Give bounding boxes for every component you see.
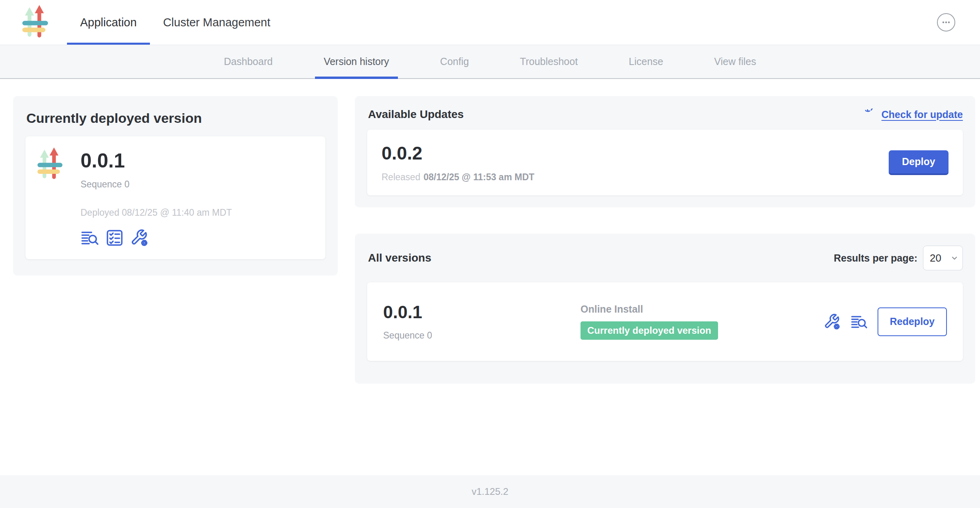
release-notes-icon[interactable] bbox=[850, 313, 868, 331]
deployed-timestamp: Deployed 08/12/25 @ 11:40 am MDT bbox=[81, 207, 232, 218]
install-type-label: Online Install bbox=[581, 303, 823, 315]
release-notes-icon[interactable] bbox=[81, 228, 99, 247]
header-tabs: Application Cluster Management bbox=[67, 0, 283, 45]
tab-application[interactable]: Application bbox=[67, 0, 150, 45]
results-per-page-label: Results per page: bbox=[834, 252, 917, 264]
check-for-update-label: Check for update bbox=[882, 109, 963, 120]
available-updates-title: Available Updates bbox=[367, 108, 464, 121]
row-sequence-label: Sequence 0 bbox=[383, 330, 581, 341]
ellipsis-icon bbox=[941, 17, 952, 28]
check-for-update-link[interactable]: Check for update bbox=[865, 108, 963, 120]
overflow-menu-button[interactable] bbox=[937, 13, 955, 32]
redeploy-button[interactable]: Redeploy bbox=[878, 307, 947, 336]
deployed-version-tile: 0.0.1 Sequence 0 Deployed 08/12/25 @ 11:… bbox=[26, 136, 325, 259]
update-row: 0.0.2 Released08/12/25 @ 11:53 am MDT De… bbox=[367, 130, 963, 195]
tab-cluster-management[interactable]: Cluster Management bbox=[150, 0, 283, 45]
tab-version-history[interactable]: Version history bbox=[298, 45, 415, 78]
currently-deployed-badge: Currently deployed version bbox=[581, 321, 718, 340]
preflight-checks-icon[interactable] bbox=[105, 228, 124, 247]
app-logo-icon bbox=[22, 5, 51, 40]
admin-console: Application Cluster Management Dashboard… bbox=[0, 0, 980, 508]
app-subnav: Dashboard Version history Config Trouble… bbox=[0, 45, 980, 79]
main-content: Currently deployed version 0.0.1 Sequenc… bbox=[0, 79, 980, 475]
console-version-label: v1.125.2 bbox=[472, 486, 508, 497]
refresh-icon bbox=[865, 108, 877, 120]
tab-view-files[interactable]: View files bbox=[689, 45, 781, 78]
config-icon[interactable] bbox=[130, 228, 149, 247]
deployed-sequence-label: Sequence 0 bbox=[81, 179, 232, 190]
app-logo-icon bbox=[37, 147, 65, 182]
results-per-page-select[interactable]: 20 bbox=[923, 246, 963, 270]
app-header: Application Cluster Management bbox=[0, 0, 980, 45]
deployed-version-number: 0.0.1 bbox=[81, 150, 232, 172]
deploy-button[interactable]: Deploy bbox=[889, 150, 949, 175]
all-versions-title: All versions bbox=[367, 252, 431, 264]
all-versions-card: All versions Results per page: 20 bbox=[355, 234, 975, 384]
update-version-number: 0.0.2 bbox=[382, 142, 534, 164]
currently-deployed-card: Currently deployed version 0.0.1 Sequenc… bbox=[13, 96, 338, 276]
released-prefix: Released bbox=[382, 172, 420, 182]
row-version-number: 0.0.1 bbox=[383, 302, 581, 322]
config-icon[interactable] bbox=[823, 313, 841, 331]
tab-license[interactable]: License bbox=[603, 45, 689, 78]
currently-deployed-title: Currently deployed version bbox=[26, 110, 325, 126]
tab-config[interactable]: Config bbox=[415, 45, 494, 78]
available-updates-card: Available Updates Check for update 0.0.2… bbox=[355, 96, 975, 207]
app-footer: v1.125.2 bbox=[0, 475, 980, 508]
tab-troubleshoot[interactable]: Troubleshoot bbox=[494, 45, 603, 78]
tab-dashboard[interactable]: Dashboard bbox=[199, 45, 298, 78]
released-timestamp: 08/12/25 @ 11:53 am MDT bbox=[423, 172, 534, 182]
version-row: 0.0.1 Sequence 0 Online Install Currentl… bbox=[367, 282, 963, 361]
